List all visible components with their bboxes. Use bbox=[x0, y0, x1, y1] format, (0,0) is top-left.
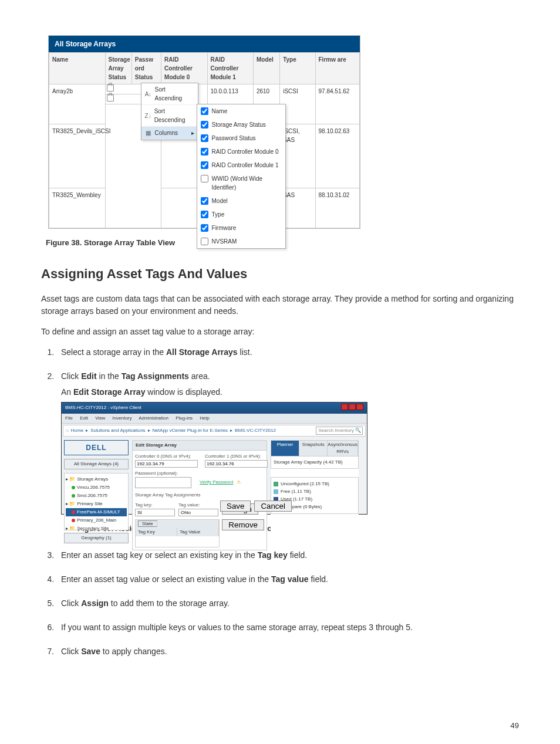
controller1-field[interactable] bbox=[205, 460, 268, 468]
tab-snapshots[interactable]: Snapshots bbox=[299, 441, 328, 456]
menubar: File Edit View Inventory Administration … bbox=[62, 414, 367, 424]
warning-icon: ⚠ bbox=[237, 479, 241, 486]
tag-list: State Tag KeyTag Value bbox=[135, 519, 220, 547]
sort-descending[interactable]: Z↓Sort Descending bbox=[141, 105, 198, 127]
verify-password-link[interactable]: Verify Password bbox=[200, 479, 233, 486]
col-opt-status[interactable]: Storage Array Status bbox=[197, 118, 285, 131]
storage-tree: ▸ 📁 Storage Arrays Vmcu.206.7575 Smd.206… bbox=[64, 473, 129, 530]
menu-admin[interactable]: Administration bbox=[139, 415, 168, 421]
col-opt-name[interactable]: Name bbox=[197, 104, 285, 118]
password-field[interactable] bbox=[135, 477, 191, 488]
ctrl0-label: Controller 0 (DNS or IPv4): bbox=[135, 453, 194, 460]
lock-icon bbox=[107, 84, 114, 92]
columns-chooser-popup: Name Storage Array Status Password Statu… bbox=[197, 104, 286, 249]
step-6: If you want to assign multiple keys or v… bbox=[56, 621, 519, 634]
tree-folder[interactable]: ▸ 📁 Secondary Site bbox=[66, 525, 127, 530]
step-5: Click Assign to add them to the storage … bbox=[56, 597, 519, 610]
tab-planner[interactable]: Planner bbox=[271, 441, 299, 456]
step-1: Select a storage array in the All Storag… bbox=[56, 346, 519, 359]
col-opt-wwid[interactable]: WWID (World Wide Identifier) bbox=[197, 172, 285, 194]
minimize-icon[interactable] bbox=[341, 404, 348, 410]
menu-edit[interactable]: Edit bbox=[80, 415, 88, 421]
breadcrumb: ⌂ Home▸ Solutions and Applications▸ NetA… bbox=[63, 425, 366, 437]
cancel-button[interactable]: Cancel bbox=[254, 500, 292, 512]
tree-item[interactable]: Primary_206_Main bbox=[66, 516, 127, 525]
window-title: BMS-HC-CITY2012 - vSphere Client bbox=[65, 404, 141, 411]
window-buttons bbox=[340, 404, 363, 412]
lock-icon bbox=[107, 94, 114, 102]
close-icon[interactable] bbox=[356, 404, 363, 410]
tree-folder[interactable]: ▸ 📁 Primary Site bbox=[66, 500, 127, 508]
col-opt-nvsram[interactable]: NVSRAM bbox=[197, 235, 285, 248]
menu-view[interactable]: View bbox=[95, 415, 105, 421]
capacity-label: Storage Array Capacity (4.42 TB) bbox=[271, 456, 359, 469]
col-m1[interactable]: RAID Controller Module 1 bbox=[207, 53, 253, 84]
step-2: Click Edit in the Tag Assignments area. … bbox=[56, 370, 519, 535]
search-input[interactable]: Search Inventory🔍 bbox=[316, 427, 363, 435]
tag-section-label: Storage Array Tag Assignments bbox=[135, 492, 264, 499]
tree-item[interactable]: Vmcu.206.7575 bbox=[66, 483, 127, 492]
ctrl1-label: Controller 1 (DNS or IPv4): bbox=[205, 453, 264, 460]
col-opt-type[interactable]: Type bbox=[197, 208, 285, 221]
search-icon: 🔍 bbox=[355, 427, 361, 434]
table-row[interactable]: Array2b A↓Sort Ascending Z↓Sort Descendi… bbox=[49, 84, 360, 124]
tab-async[interactable]: Asynchronous RRVs bbox=[328, 441, 358, 456]
tree-item[interactable]: Smd.206.7575 bbox=[66, 492, 127, 500]
password-label: Password (optional): bbox=[135, 470, 264, 477]
geography-button[interactable]: Geography (1) bbox=[64, 533, 129, 543]
storage-array-table: Name Storage Array Status Passw ord Stat… bbox=[49, 52, 360, 228]
section-paragraph-2: To define and assign an asset tag value … bbox=[41, 326, 519, 338]
dell-logo: DELL bbox=[64, 440, 129, 455]
sort-desc-icon: Z↓ bbox=[145, 111, 151, 120]
col-status[interactable]: Storage Array Status bbox=[105, 53, 131, 84]
col-pw[interactable]: Passw ord Status bbox=[131, 53, 161, 84]
maximize-icon[interactable] bbox=[349, 404, 356, 410]
tag-key-field[interactable] bbox=[135, 509, 175, 516]
tag-value-field[interactable] bbox=[178, 509, 218, 516]
all-arrays-button[interactable]: All Storage Arrays (4) bbox=[64, 459, 129, 469]
section-heading: Assigning Asset Tags And Values bbox=[41, 264, 519, 283]
col-type[interactable]: Type bbox=[280, 53, 315, 84]
menu-file[interactable]: File bbox=[65, 415, 73, 421]
panel-title: All Storage Arrays bbox=[49, 36, 360, 52]
home-icon[interactable]: ⌂ bbox=[66, 427, 69, 434]
step-4: Enter an asset tag value or select an ex… bbox=[56, 573, 519, 586]
menu-help[interactable]: Help bbox=[200, 415, 209, 421]
col-opt-m0[interactable]: RAID Controller Module 0 bbox=[197, 145, 285, 158]
step-7: Click Save to apply changes. bbox=[56, 645, 519, 658]
remove-button[interactable]: Remove bbox=[222, 519, 264, 530]
columns-icon: ▦ bbox=[145, 128, 152, 137]
col-model[interactable]: Model bbox=[253, 53, 279, 84]
columns-menu[interactable]: ▦Columns▸ bbox=[141, 127, 198, 140]
pane-title: Edit Storage Array bbox=[132, 440, 267, 451]
sort-ascending[interactable]: A↓Sort Ascending bbox=[141, 83, 198, 105]
col-m0[interactable]: RAID Controller Module 0 bbox=[161, 53, 207, 84]
page-number: 49 bbox=[511, 720, 519, 732]
section-paragraph-1: Asset tags are custom data tags that can… bbox=[41, 293, 519, 317]
edit-storage-array-screenshot: BMS-HC-CITY2012 - vSphere Client File Ed… bbox=[61, 402, 367, 515]
save-button[interactable]: Save bbox=[220, 500, 251, 512]
col-opt-pw[interactable]: Password Status bbox=[197, 131, 285, 145]
menu-plugins[interactable]: Plug-ins bbox=[176, 415, 193, 421]
sort-asc-icon: A↓ bbox=[145, 90, 152, 99]
storage-array-table-screenshot: All Storage Arrays Name Storage Array St… bbox=[48, 35, 360, 229]
controller0-field[interactable] bbox=[135, 460, 198, 468]
tree-folder[interactable]: ▸ 📁 Storage Arrays bbox=[66, 475, 127, 483]
window-titlebar: BMS-HC-CITY2012 - vSphere Client bbox=[62, 403, 367, 414]
tree-item-selected[interactable]: FreePark-M-SIMULT bbox=[66, 508, 127, 516]
tag-list-state-header: State bbox=[136, 520, 219, 528]
menu-inventory[interactable]: Inventory bbox=[113, 415, 132, 421]
col-opt-m1[interactable]: RAID Controller Module 1 bbox=[197, 158, 285, 172]
col-opt-fw[interactable]: Firmware bbox=[197, 221, 285, 235]
col-opt-model[interactable]: Model bbox=[197, 194, 285, 208]
col-name[interactable]: Name bbox=[49, 53, 106, 84]
right-tabs: Planner Snapshots Asynchronous RRVs bbox=[271, 440, 359, 456]
column-context-menu: A↓Sort Ascending Z↓Sort Descending ▦Colu… bbox=[141, 83, 198, 140]
col-fw[interactable]: Firmw are bbox=[315, 53, 359, 84]
